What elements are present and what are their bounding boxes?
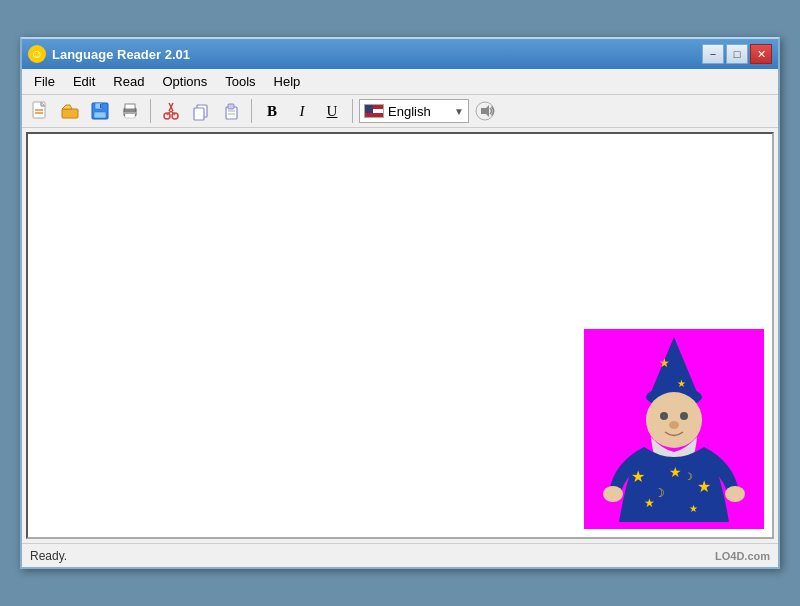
- title-bar-left: ☺ Language Reader 2.01: [28, 45, 190, 63]
- svg-text:★: ★: [689, 503, 698, 514]
- title-bar: ☺ Language Reader 2.01 − □ ✕: [22, 39, 778, 69]
- separator-3: [352, 99, 353, 123]
- svg-rect-7: [62, 109, 78, 118]
- window-title: Language Reader 2.01: [52, 47, 190, 62]
- svg-rect-15: [123, 112, 137, 114]
- copy-button[interactable]: [187, 98, 215, 124]
- svg-point-34: [646, 392, 702, 448]
- status-bar: Ready. LO4D.com: [22, 543, 778, 567]
- save-button[interactable]: [86, 98, 114, 124]
- paste-button[interactable]: [217, 98, 245, 124]
- close-button[interactable]: ✕: [750, 44, 772, 64]
- new-button[interactable]: [26, 98, 54, 124]
- svg-point-37: [669, 421, 679, 429]
- paste-icon: [221, 101, 241, 121]
- svg-point-45: [603, 486, 623, 502]
- svg-text:★: ★: [677, 378, 686, 389]
- chevron-down-icon: ▼: [454, 106, 464, 117]
- underline-button[interactable]: U: [318, 98, 346, 124]
- wizard-character: ★ ★ ★ ★: [589, 332, 759, 527]
- svg-rect-23: [194, 108, 204, 120]
- main-window: ☺ Language Reader 2.01 − □ ✕ File Edit R…: [20, 37, 780, 569]
- svg-text:★: ★: [697, 478, 711, 495]
- open-icon: [60, 101, 80, 121]
- svg-rect-11: [100, 104, 102, 108]
- bold-button[interactable]: B: [258, 98, 286, 124]
- svg-text:★: ★: [659, 356, 670, 370]
- svg-point-36: [680, 412, 688, 420]
- status-text: Ready.: [30, 549, 67, 563]
- separator-2: [251, 99, 252, 123]
- svg-point-35: [660, 412, 668, 420]
- copy-icon: [191, 101, 211, 121]
- menu-tools[interactable]: Tools: [217, 71, 263, 92]
- menu-edit[interactable]: Edit: [65, 71, 103, 92]
- open-button[interactable]: [56, 98, 84, 124]
- cut-button[interactable]: [157, 98, 185, 124]
- toolbar: B I U English ▼: [22, 95, 778, 128]
- svg-rect-10: [94, 112, 106, 118]
- print-button[interactable]: [116, 98, 144, 124]
- save-icon: [90, 101, 110, 121]
- menu-bar: File Edit Read Options Tools Help: [22, 69, 778, 95]
- svg-marker-29: [481, 105, 489, 117]
- menu-help[interactable]: Help: [266, 71, 309, 92]
- cut-icon: [161, 101, 181, 121]
- italic-button[interactable]: I: [288, 98, 316, 124]
- main-content: ★ ★ ★ ★: [22, 128, 778, 543]
- wizard-image: ★ ★ ★ ★: [584, 329, 764, 529]
- print-icon: [120, 101, 140, 121]
- menu-read[interactable]: Read: [105, 71, 152, 92]
- svg-text:★: ★: [669, 464, 682, 480]
- svg-text:☽: ☽: [654, 486, 665, 500]
- status-logo: LO4D.com: [715, 550, 770, 562]
- menu-file[interactable]: File: [26, 71, 63, 92]
- title-bar-controls: − □ ✕: [702, 44, 772, 64]
- svg-rect-25: [228, 104, 234, 109]
- separator-1: [150, 99, 151, 123]
- svg-point-46: [725, 486, 745, 502]
- flag-icon: [364, 104, 384, 118]
- app-icon: ☺: [28, 45, 46, 63]
- svg-text:☽: ☽: [684, 471, 693, 482]
- speaker-icon: [474, 100, 496, 122]
- maximize-button[interactable]: □: [726, 44, 748, 64]
- minimize-button[interactable]: −: [702, 44, 724, 64]
- svg-rect-13: [125, 104, 135, 109]
- new-icon: [30, 101, 50, 121]
- language-selector[interactable]: English ▼: [359, 99, 469, 123]
- language-label: English: [388, 104, 450, 119]
- text-area-wrapper: ★ ★ ★ ★: [26, 132, 774, 539]
- speaker-button[interactable]: [471, 98, 499, 124]
- menu-options[interactable]: Options: [154, 71, 215, 92]
